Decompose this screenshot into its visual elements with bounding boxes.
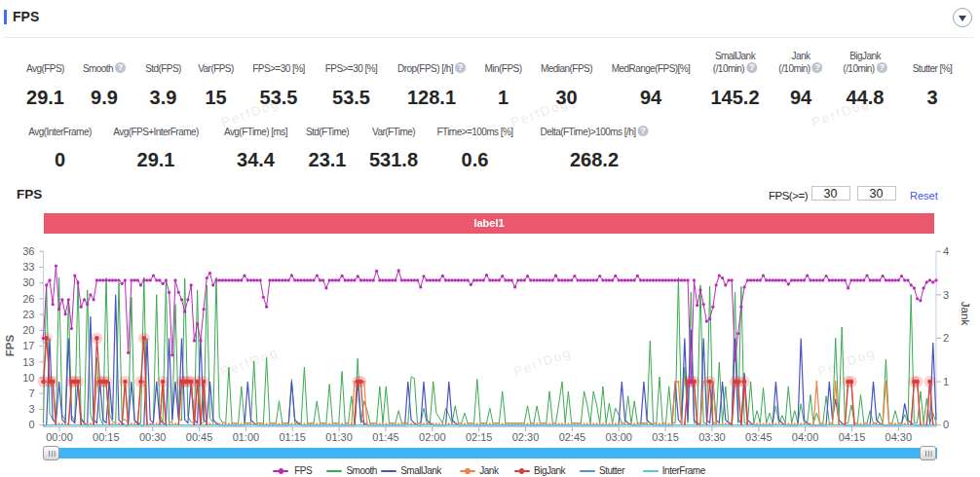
svg-text:02:30: 02:30 xyxy=(512,431,540,443)
svg-text:0: 0 xyxy=(943,419,949,430)
svg-text:Jank: Jank xyxy=(960,302,971,326)
svg-text:23: 23 xyxy=(22,309,34,320)
svg-text:17: 17 xyxy=(22,340,34,351)
svg-text:36: 36 xyxy=(22,245,34,257)
svg-text:30: 30 xyxy=(22,276,34,288)
svg-text:00:00: 00:00 xyxy=(46,431,73,443)
svg-text:4: 4 xyxy=(943,245,949,257)
svg-text:FPS: FPS xyxy=(4,334,16,356)
svg-text:10: 10 xyxy=(22,372,34,384)
svg-text:00:45: 00:45 xyxy=(186,431,213,443)
svg-text:00:15: 00:15 xyxy=(93,431,120,443)
svg-text:01:15: 01:15 xyxy=(279,431,306,443)
svg-text:01:30: 01:30 xyxy=(325,431,353,443)
svg-text:02:45: 02:45 xyxy=(559,431,586,443)
svg-text:3: 3 xyxy=(943,289,949,301)
svg-text:03:30: 03:30 xyxy=(698,431,726,443)
svg-text:1: 1 xyxy=(943,376,949,387)
svg-text:01:45: 01:45 xyxy=(372,431,399,443)
svg-text:2: 2 xyxy=(943,332,949,344)
svg-text:03:00: 03:00 xyxy=(605,431,632,443)
svg-text:03:15: 03:15 xyxy=(652,431,679,443)
svg-text:04:30: 04:30 xyxy=(886,431,913,443)
svg-text:26: 26 xyxy=(22,293,34,305)
svg-text:20: 20 xyxy=(22,324,34,336)
svg-text:01:00: 01:00 xyxy=(233,431,260,443)
svg-text:33: 33 xyxy=(22,261,34,273)
svg-text:04:00: 04:00 xyxy=(792,431,819,443)
svg-text:04:15: 04:15 xyxy=(839,431,866,443)
svg-text:02:15: 02:15 xyxy=(466,431,493,443)
svg-text:00:30: 00:30 xyxy=(139,431,167,443)
svg-text:02:00: 02:00 xyxy=(419,431,446,443)
svg-text:0: 0 xyxy=(28,419,34,430)
svg-text:03:45: 03:45 xyxy=(745,431,773,443)
svg-text:7: 7 xyxy=(28,387,34,399)
svg-text:3: 3 xyxy=(28,403,34,415)
svg-text:13: 13 xyxy=(22,356,34,368)
